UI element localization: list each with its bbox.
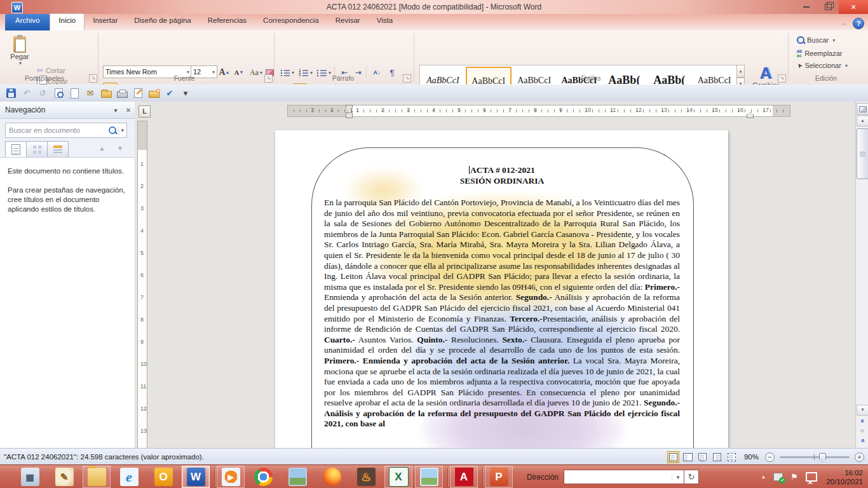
- taskbar-chrome[interactable]: [247, 466, 279, 488]
- vertical-ruler[interactable]: 12345678910111213: [137, 121, 147, 448]
- taskbar-excel[interactable]: X: [384, 466, 412, 488]
- web-layout-view-button[interactable]: [696, 451, 709, 463]
- document-page[interactable]: ACTA # 012-2021 SESIÓN ORDINARIA En la p…: [275, 130, 728, 448]
- restore-button[interactable]: [817, 0, 839, 14]
- select-browse-object-button[interactable]: ○: [857, 428, 867, 437]
- qat-print[interactable]: [116, 88, 128, 99]
- font-dialog-launcher[interactable]: ↘: [264, 74, 273, 83]
- paste-button[interactable]: Pegar ▾: [5, 34, 34, 74]
- address-dropdown-icon[interactable]: ▾: [672, 474, 684, 480]
- tab-stop-selector[interactable]: L: [139, 105, 151, 118]
- taskbar-outlook[interactable]: O: [147, 466, 179, 488]
- tab-correspondencia[interactable]: Correspondencia: [255, 14, 327, 30]
- fullscreen-reading-view-button[interactable]: [682, 451, 694, 463]
- collapse-ribbon-icon[interactable]: ︿: [841, 19, 848, 28]
- editing-group-label: Edición: [794, 74, 858, 83]
- zoom-out-button[interactable]: −: [765, 452, 775, 462]
- refresh-button[interactable]: ↻: [684, 470, 699, 484]
- help-icon[interactable]: ?: [853, 18, 864, 29]
- nav-prev-next-icons[interactable]: ▲ ▼: [98, 145, 128, 152]
- scroll-up-button[interactable]: ▴: [857, 116, 868, 126]
- print-layout-view-button[interactable]: [667, 451, 679, 463]
- gallery-up-button[interactable]: ▴: [736, 65, 745, 78]
- taskbar-fire-app[interactable]: ♨: [350, 466, 382, 488]
- find-icon: [797, 36, 804, 44]
- taskbar-calculator[interactable]: ▦: [14, 466, 46, 488]
- zoom-slider-thumb[interactable]: [819, 453, 826, 463]
- outline-view-button[interactable]: [711, 451, 723, 463]
- action-center-flag-icon[interactable]: ⚑: [790, 472, 798, 482]
- styles-dialog-launcher[interactable]: ↘: [778, 74, 786, 83]
- zoom-slider[interactable]: [780, 456, 850, 458]
- find-button[interactable]: Buscar▾: [797, 36, 835, 44]
- qat-spelling[interactable]: ✔: [164, 88, 175, 99]
- ruler-number: 5: [140, 250, 144, 256]
- tab-vista[interactable]: Vista: [369, 14, 401, 30]
- tab-diseno-de-pagina[interactable]: Diseño de página: [126, 14, 200, 30]
- qat-special-folder[interactable]: [148, 88, 159, 99]
- qat-new-document[interactable]: [69, 88, 80, 99]
- qat-attach-envelope[interactable]: ✉: [85, 88, 96, 99]
- taskbar-autocad[interactable]: A: [450, 466, 478, 488]
- qat-redo[interactable]: ↺: [37, 88, 48, 99]
- scroll-down-button[interactable]: ▾: [857, 405, 868, 416]
- qat-undo[interactable]: ↶: [21, 88, 32, 99]
- taskbar-word[interactable]: W: [182, 466, 210, 488]
- address-input[interactable]: ▾: [564, 470, 684, 484]
- show-paragraph-marks-button[interactable]: ¶: [386, 66, 398, 79]
- navigation-search-box[interactable]: Buscar en documento ▾: [5, 123, 127, 138]
- bullets-button[interactable]: ▾: [279, 66, 295, 79]
- qat-print-preview[interactable]: [53, 88, 64, 99]
- horizontal-ruler[interactable]: 3211234567891011121314151617: [287, 105, 790, 117]
- zoom-level[interactable]: 90%: [744, 453, 759, 461]
- paragraph-dialog-launcher[interactable]: ↘: [403, 74, 411, 83]
- previous-page-button[interactable]: «: [857, 417, 867, 426]
- qat-toolbar-overflow[interactable]: ▾: [180, 88, 191, 99]
- zoom-in-button[interactable]: +: [855, 452, 864, 462]
- taskbar-file-explorer[interactable]: [83, 466, 111, 488]
- minimize-button[interactable]: [796, 0, 817, 14]
- network-icon[interactable]: [806, 472, 817, 482]
- taskbar-paint[interactable]: ✎: [48, 466, 80, 488]
- shrink-font-button[interactable]: A▼: [233, 65, 245, 79]
- select-button[interactable]: ➤ Seleccionar▾: [797, 62, 848, 69]
- close-button[interactable]: ✕: [839, 0, 868, 14]
- document-title[interactable]: ACTA # 012-2021 SESIÓN ORDINARIA: [324, 165, 680, 186]
- results-icon: [53, 146, 62, 154]
- draft-view-button[interactable]: [726, 451, 738, 463]
- taskbar-powerpoint[interactable]: P: [485, 466, 513, 488]
- tab-insertar[interactable]: Insertar: [85, 14, 126, 30]
- qat-save[interactable]: [5, 88, 17, 99]
- taskbar-firefox[interactable]: [316, 466, 348, 488]
- tab-referencias[interactable]: Referencias: [200, 14, 255, 30]
- tab-archivo[interactable]: Archivo: [5, 14, 50, 30]
- taskbar-clock[interactable]: 16:02 20/10/2021: [826, 468, 863, 486]
- search-options-icon[interactable]: ▾: [121, 127, 124, 133]
- change-case-button[interactable]: Aa▾: [248, 65, 264, 79]
- nav-tab-results[interactable]: [47, 141, 69, 158]
- ruler-toggle-button[interactable]: [857, 103, 868, 115]
- clipboard-dialog-launcher[interactable]: ↘: [89, 74, 97, 83]
- left-indent-marker[interactable]: [346, 112, 353, 118]
- qat-edit[interactable]: [132, 88, 144, 99]
- taskbar-scanner[interactable]: [281, 466, 313, 488]
- next-page-button[interactable]: »: [857, 437, 867, 445]
- tab-inicio[interactable]: Inicio: [50, 13, 85, 30]
- search-icon[interactable]: [109, 126, 116, 134]
- tab-revisar[interactable]: Revisar: [327, 14, 369, 30]
- chrome-icon: [254, 468, 273, 486]
- show-hidden-icons[interactable]: ▲: [761, 474, 766, 480]
- qat-open[interactable]: [100, 88, 112, 99]
- taskbar-photo-viewer[interactable]: [415, 466, 443, 488]
- scrollbar-thumb[interactable]: [857, 128, 868, 179]
- usb-device-icon[interactable]: [773, 473, 783, 481]
- vertical-scrollbar[interactable]: ▴ ▾ « ○ »: [855, 102, 868, 448]
- navigation-pane-close-icon[interactable]: ✕: [122, 107, 135, 114]
- navigation-pane-menu-icon[interactable]: ▾: [109, 107, 122, 114]
- taskbar-media-player[interactable]: ▶: [217, 466, 245, 488]
- replace-button[interactable]: abac Reemplazar: [797, 49, 842, 58]
- nav-tab-headings[interactable]: [5, 141, 27, 158]
- taskbar-internet-explorer[interactable]: e: [113, 466, 145, 488]
- nav-tab-pages[interactable]: [26, 141, 48, 158]
- document-body-text[interactable]: En la parroquia San Plácido del Cantón P…: [324, 198, 680, 448]
